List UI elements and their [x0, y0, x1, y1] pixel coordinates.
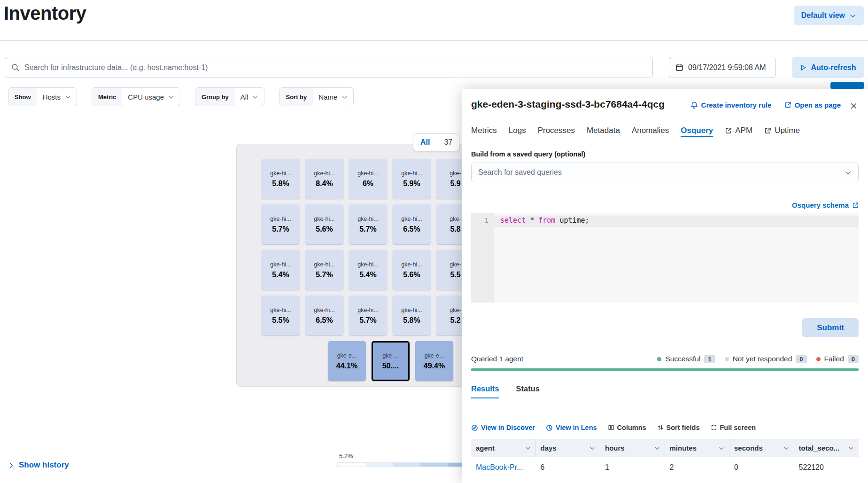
- osquery-schema-link[interactable]: Osquery schema: [792, 201, 859, 209]
- host-tile[interactable]: gke-hi...5.8%: [393, 296, 431, 335]
- chevron-down-icon: [341, 94, 348, 100]
- column-header-days[interactable]: days: [536, 439, 601, 457]
- host-tile[interactable]: gke-hi...5.7%: [305, 250, 343, 290]
- show-filter-value: Hosts: [43, 93, 61, 101]
- groupby-filter[interactable]: Group by All: [195, 87, 264, 106]
- host-tile-name: gke-hi...: [270, 261, 291, 268]
- columns-button[interactable]: Columns: [608, 424, 646, 431]
- host-tile-value: 6.5%: [403, 225, 420, 234]
- results-table: agent days hours minutes seconds total_s…: [471, 439, 859, 478]
- chevron-down-icon: [845, 169, 852, 176]
- default-view-button[interactable]: Default view: [794, 6, 864, 25]
- host-detail-flyout: gke-eden-3-staging-ssd-3-bc7684a4-4qcg C…: [462, 89, 868, 483]
- tab-processes[interactable]: Processes: [538, 126, 575, 137]
- host-tile[interactable]: gke-hi...5.5%: [262, 296, 300, 335]
- tab-metrics[interactable]: Metrics: [471, 126, 497, 137]
- tab-osquery[interactable]: Osquery: [681, 126, 713, 137]
- view-in-discover-button[interactable]: View in Discover: [471, 424, 535, 431]
- not-responded-label: Not yet responded: [733, 355, 792, 363]
- view-in-lens-button[interactable]: View in Lens: [546, 424, 597, 431]
- column-header-seconds[interactable]: seconds: [729, 439, 794, 457]
- host-tile[interactable]: gke-e...44.1%: [328, 341, 366, 381]
- host-tile[interactable]: gke-hi...5.7%: [349, 296, 387, 335]
- sortby-filter[interactable]: Sort by Name: [279, 87, 354, 106]
- tab-metadata[interactable]: Metadata: [587, 126, 620, 137]
- sortby-filter-label: Sort by: [279, 88, 313, 106]
- host-tile[interactable]: gke-hi...8.4%: [305, 159, 343, 199]
- host-tile[interactable]: gke-hi...5.7%: [349, 204, 387, 244]
- host-tile[interactable]: gke-hi...5.6%: [393, 250, 431, 290]
- host-tile[interactable]: gke-e...49.4%: [415, 341, 453, 381]
- flyout-title: gke-eden-3-staging-ssd-3-bc7684a4-4qcg: [471, 99, 665, 110]
- host-tile-value: 5.7%: [359, 225, 376, 234]
- host-tile-name: gke-hi...: [314, 216, 334, 222]
- successful-label: Successful: [665, 355, 700, 363]
- host-tile[interactable]: gke-hi...5.8%: [262, 159, 300, 199]
- queried-agents-text: Queried 1 agent: [471, 355, 523, 363]
- host-tile[interactable]: gke-hi...5.6%: [305, 204, 343, 244]
- host-tile[interactable]: gke-hi...5.9%: [393, 159, 431, 199]
- tab-apm[interactable]: APM: [725, 126, 752, 137]
- chevron-right-icon: [8, 462, 15, 469]
- legend-value: 5.2%: [339, 452, 353, 460]
- page-title: Inventory: [4, 3, 86, 24]
- open-as-page-link[interactable]: Open as page: [784, 101, 841, 109]
- tab-results[interactable]: Results: [471, 384, 499, 398]
- play-icon: [800, 64, 806, 71]
- tab-anomalies[interactable]: Anomalies: [632, 126, 669, 137]
- auto-refresh-button[interactable]: Auto-refresh: [792, 57, 864, 78]
- host-tile[interactable]: gke-hi...5.4%: [349, 250, 387, 290]
- chevron-down-icon: [65, 94, 71, 100]
- host-tile[interactable]: gke-hi...5.4%: [262, 250, 300, 290]
- tab-logs[interactable]: Logs: [509, 126, 526, 137]
- default-view-label: Default view: [801, 11, 845, 20]
- partial-save-view-button[interactable]: [830, 82, 864, 89]
- host-tile-selected[interactable]: gke-...50....: [372, 341, 410, 381]
- metric-filter-value: CPU usage: [128, 93, 164, 101]
- column-header-agent[interactable]: agent: [471, 439, 536, 457]
- editor-code-line[interactable]: select * from uptime;: [494, 213, 859, 303]
- metric-filter[interactable]: Metric CPU usage: [92, 87, 180, 106]
- not-responded-count-badge: 0: [796, 355, 806, 363]
- failed-dot-icon: [816, 357, 821, 361]
- cell-agent[interactable]: MacBook-Pr...: [471, 457, 536, 478]
- host-tile[interactable]: gke-hi...5.7%: [262, 204, 300, 244]
- query-progress-bar: [471, 368, 859, 371]
- columns-label: Columns: [617, 424, 646, 431]
- saved-query-input[interactable]: [478, 168, 840, 177]
- host-tile-name: gke-: [450, 261, 461, 268]
- toggle-all-button[interactable]: All: [413, 134, 437, 151]
- host-tile-name: gke-hi...: [314, 307, 334, 313]
- close-flyout-button[interactable]: [847, 100, 860, 112]
- toggle-count-button[interactable]: 37: [437, 134, 459, 151]
- datepicker-value: 09/17/2021 9:59:08 AM: [688, 63, 766, 72]
- host-tile-name: gke-hi...: [314, 170, 334, 177]
- column-header-label: minutes: [670, 444, 697, 452]
- host-tile-value: 50....: [382, 362, 399, 370]
- query-status-row: Queried 1 agent Successful 1 Not yet res…: [471, 354, 859, 364]
- host-tile-name: gke-hi...: [270, 216, 291, 222]
- tab-uptime[interactable]: Uptime: [764, 126, 800, 137]
- tab-status[interactable]: Status: [516, 384, 540, 398]
- host-tile[interactable]: gke-hi...6%: [349, 159, 387, 199]
- show-history-link[interactable]: Show history: [8, 460, 69, 470]
- results-tab-bar: Results Status: [471, 384, 540, 398]
- search-bar[interactable]: [5, 57, 653, 78]
- metric-filter-label: Metric: [92, 88, 122, 106]
- column-header-minutes[interactable]: minutes: [665, 439, 730, 457]
- host-tile-name: gke-hi...: [357, 170, 378, 177]
- search-input[interactable]: [24, 63, 646, 72]
- host-tile[interactable]: gke-hi...6.5%: [393, 204, 431, 244]
- chevron-down-icon: [848, 445, 854, 451]
- create-inventory-rule-link[interactable]: Create inventory rule: [690, 101, 772, 109]
- host-tile[interactable]: gke-hi...6.5%: [305, 296, 343, 335]
- query-code-editor[interactable]: 1 select * from uptime;: [471, 213, 859, 303]
- show-filter[interactable]: Show Hosts: [8, 87, 77, 106]
- full-screen-button[interactable]: Full screen: [711, 424, 756, 431]
- column-header-total-seconds[interactable]: total_seco...: [794, 439, 859, 457]
- sort-fields-button[interactable]: Sort fields: [657, 424, 700, 431]
- column-header-hours[interactable]: hours: [600, 439, 665, 457]
- saved-query-select[interactable]: [471, 163, 859, 182]
- submit-button[interactable]: Submit: [802, 318, 859, 337]
- datepicker-button[interactable]: 09/17/2021 9:59:08 AM: [669, 57, 776, 78]
